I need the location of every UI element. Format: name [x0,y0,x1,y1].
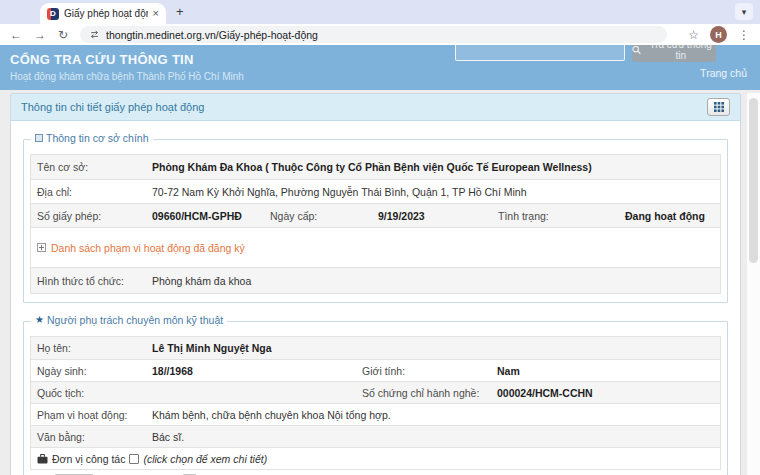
table-row: Hình thức tổ chức: Phòng khám đa khoa [31,267,720,293]
scope-list-expander[interactable]: Danh sách phạm vi hoạt động đã đăng ký [31,242,720,254]
facility-address-value: 70-72 Nam Kỳ Khởi Nghĩa, Phường Nguyễn T… [146,186,720,198]
star-icon: ★ [35,315,44,325]
tab-search-chevron-icon[interactable]: ▾ [735,3,753,20]
table-row: Văn bằng: Bác sĩ. [31,425,720,447]
search-icon [632,45,641,55]
person-legend-label: Người phụ trách chuyên môn kỹ thuật [47,314,223,326]
profile-avatar[interactable]: H [710,26,727,43]
expand-plus-icon[interactable] [37,243,46,252]
new-tab-button[interactable]: + [176,4,184,19]
table-row: Địa chỉ: 70-72 Nam Kỳ Khởi Nghĩa, Phường… [31,179,720,203]
license-number-label: Số giấy phép: [31,210,146,222]
facility-name-label: Tên cơ sở: [31,161,146,173]
person-table: Họ tên: Lê Thị Minh Nguyệt Nga Ngày sinh… [30,336,721,470]
reload-button[interactable]: ↻ [58,29,68,41]
table-row: Đơn vị công tác (click chọn để xem chi t… [31,447,720,469]
table-row: Phạm vi hoạt động: Khám bệnh, chữa bệnh … [31,403,720,425]
site-header: CỔNG TRA CỨU THÔNG TIN Hoạt động khám ch… [0,45,760,90]
search-button[interactable]: Tra cứu thông tin [632,45,716,62]
tab-close-icon[interactable]: × [153,8,159,19]
facility-table: Tên cơ sở: Phòng Khám Đa Khoa ( Thuộc Cô… [30,154,721,294]
panel-title: Thông tin chi tiết giấy phép hoạt động [21,101,204,113]
license-number-value: 09660/HCM-GPHĐ [146,210,264,222]
facility-legend: Thông tin cơ sở chính [31,132,153,144]
status-label: Tình trạng: [492,210,619,222]
facility-address-label: Địa chỉ: [31,186,146,198]
org-type-value: Phòng khám đa khoa [146,275,720,287]
grid-view-button[interactable] [707,98,730,116]
person-name-value: Lê Thị Minh Nguyệt Nga [146,342,720,354]
person-name-label: Họ tên: [31,342,146,354]
browser-menu-icon[interactable]: ⋮ [738,29,750,41]
degree-label: Văn bằng: [31,431,146,443]
workplace-note: (click chọn để xem chi tiết) [143,453,267,465]
site-favicon-icon: D [47,8,59,20]
nationality-label: Quốc tịch: [31,387,146,399]
detail-panel: Thông tin chi tiết giấy phép hoạt động [10,93,741,475]
gender-label: Giới tính: [356,365,491,377]
cert-number-value: 000024/HCM-CCHN [491,387,720,399]
forward-button[interactable]: → [34,29,46,41]
status-value: Đang hoạt động [619,210,720,222]
person-legend: ★ Người phụ trách chuyên môn kỹ thuật [31,314,227,326]
table-row: Danh sách phạm vi hoạt động đã đăng ký [31,227,720,267]
gender-value: Nam [491,365,720,377]
site-title: CỔNG TRA CỨU THÔNG TIN [10,52,194,67]
home-link[interactable]: Trang chủ [700,67,747,79]
table-row: Ngày sinh: 18//1968 Giới tính: Nam [31,359,720,381]
scope-list-label: Danh sách phạm vi hoạt động đã đăng ký [51,242,245,254]
site-info-icon [89,29,100,40]
browser-tab-strip: D Giấy phép hoạt động × + ▾ [0,0,760,24]
url-text: thongtin.medinet.org.vn/Giấy-phép-hoạt-đ… [106,29,318,41]
page-scrollbar[interactable] [747,93,760,475]
scrollbar-thumb[interactable] [749,98,758,263]
org-type-label: Hình thức tổ chức: [31,275,146,287]
address-bar[interactable]: thongtin.medinet.org.vn/Giấy-phép-hoạt-đ… [80,26,667,43]
search-input[interactable] [455,45,625,61]
workplace-checkbox[interactable] [129,454,139,464]
dob-value: 18//1968 [146,365,356,377]
person-fieldset: ★ Người phụ trách chuyên môn kỹ thuật Họ… [23,321,728,475]
browser-tab[interactable]: D Giấy phép hoạt động × [40,3,166,24]
back-button[interactable]: ← [10,29,22,41]
issue-date-label: Ngày cấp: [264,210,372,222]
table-row: Tên cơ sở: Phòng Khám Đa Khoa ( Thuộc Cô… [31,155,720,179]
practice-scope-value: Khám bệnh, chữa bệnh chuyên khoa Nội tổn… [146,409,720,421]
cert-number-label: Số chứng chỉ hành nghề: [356,387,491,399]
screen: D Giấy phép hoạt động × + ▾ ← → ↻ thongt… [0,0,760,475]
table-row: Số giấy phép: 09660/HCM-GPHĐ Ngày cấp: 9… [31,203,720,227]
panel-header: Thông tin chi tiết giấy phép hoạt động [11,94,740,121]
issue-date-value: 9/19/2023 [372,210,492,222]
practice-scope-label: Phạm vi hoạt động: [31,409,146,421]
site-subtitle: Hoạt động khám chữa bệnh Thành Phố Hồ Ch… [10,71,244,82]
workplace-label: Đơn vị công tác [52,453,125,465]
facility-legend-label: Thông tin cơ sở chính [46,132,149,144]
tab-title: Giấy phép hoạt động [64,8,148,19]
bookmark-star-icon[interactable]: ☆ [688,29,699,41]
facility-icon [35,134,43,142]
grid-icon [714,102,724,112]
table-row: Quốc tịch: Số chứng chỉ hành nghề: 00002… [31,381,720,403]
facility-name-value: Phòng Khám Đa Khoa ( Thuộc Công ty Cổ Ph… [146,161,720,173]
degree-value: Bác sĩ. [146,431,720,443]
dob-label: Ngày sinh: [31,365,146,377]
workplace-row: Đơn vị công tác (click chọn để xem chi t… [31,453,720,465]
briefcase-icon [37,454,48,464]
page-content: Thông tin chi tiết giấy phép hoạt động [0,93,760,475]
browser-toolbar: ← → ↻ thongtin.medinet.org.vn/Giấy-phép-… [0,24,760,45]
facility-fieldset: Thông tin cơ sở chính Tên cơ sở: Phòng K… [23,139,728,303]
panel-body: Thông tin cơ sở chính Tên cơ sở: Phòng K… [11,121,740,475]
table-row: Họ tên: Lê Thị Minh Nguyệt Nga [31,337,720,359]
search-button-label: Tra cứu thông tin [645,45,716,61]
